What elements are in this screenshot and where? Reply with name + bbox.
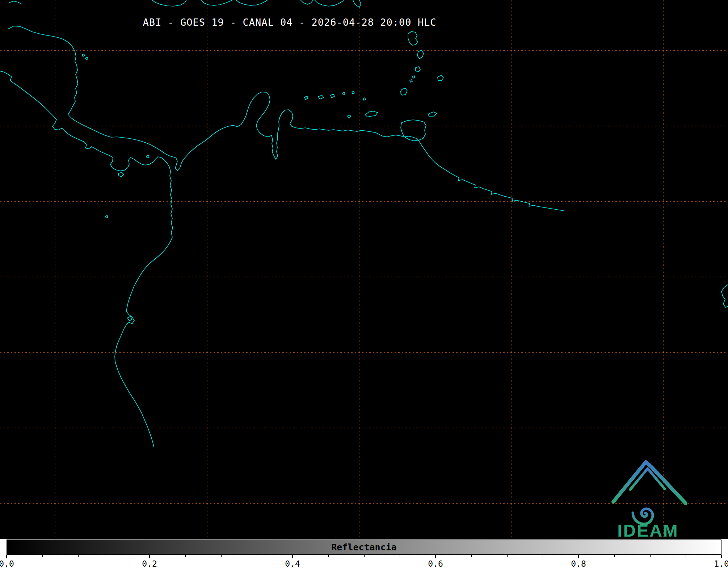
coastline-path (417, 50, 424, 59)
coastline-path (438, 75, 443, 81)
colorbar-minor-tick (543, 555, 543, 557)
coastline-path (146, 155, 149, 158)
coastline-path (353, 0, 361, 7)
coastline-layer (0, 0, 728, 447)
coastline-path (412, 76, 415, 78)
coastline-path (236, 0, 268, 5)
coastline-path (57, 37, 564, 211)
colorbar-minor-tick (364, 555, 365, 557)
logo-text: IDEAM (617, 521, 679, 539)
logo-mountain-icon (613, 462, 686, 503)
coastline-path (721, 285, 728, 307)
coastline-path (127, 316, 132, 321)
colorbar-tick-label: 0.4 (285, 559, 300, 568)
coastline-path (331, 94, 334, 98)
coastline-path (352, 91, 354, 94)
colorbar-tick-label: 0.6 (428, 559, 443, 568)
image-title: ABI - GOES 19 - CANAL 04 - 2026-04-28 20… (143, 17, 436, 28)
colorbar-tick-labels: 0.0 0.2 0.4 0.6 0.8 1.0 (7, 559, 721, 569)
coastline-path (8, 26, 57, 37)
colorbar-major-tick (578, 555, 579, 558)
colorbar-minor-tick (114, 555, 114, 557)
coastline-path (363, 98, 366, 100)
map-canvas: IDEAM (0, 0, 728, 539)
colorbar-major-tick (292, 555, 293, 558)
coastline-path (408, 32, 418, 45)
colorbar-major-tick (435, 555, 436, 558)
colorbar-label: Reflectancia (331, 542, 397, 553)
colorbar-major-tick (6, 555, 7, 558)
coastline-path (315, 0, 344, 6)
colorbar-minor-tick (614, 555, 615, 557)
coastline-path (201, 0, 232, 5)
colorbar-minor-tick (686, 555, 686, 557)
colorbar-ticks (7, 555, 721, 559)
colorbar-minor-tick (507, 555, 508, 557)
colorbar-tick-label: 0.8 (571, 559, 586, 568)
colorbar-tick-label: 1.0 (714, 559, 728, 568)
colorbar-minor-tick (78, 555, 79, 557)
colorbar-minor-tick (185, 555, 186, 557)
coastline-path (348, 115, 351, 118)
coastline-path (9, 1, 21, 4)
colorbar-tick-label: 0.2 (142, 559, 157, 568)
colorbar-minor-tick (471, 555, 472, 557)
coastline-path (82, 54, 85, 56)
coastline-path (410, 80, 412, 82)
graticule-layer (0, 0, 728, 539)
colorbar-major-tick (721, 555, 722, 558)
coastline-path (342, 92, 345, 95)
coastline-path (428, 112, 437, 116)
colorbar-gradient-bar: Reflectancia (7, 539, 721, 555)
colorbar-minor-tick (257, 555, 257, 557)
colorbar-tick-label: 0.0 (0, 559, 14, 568)
coastline-path (401, 120, 426, 141)
coastline-path (318, 95, 324, 99)
colorbar-minor-tick (42, 555, 43, 557)
colorbar-minor-tick (400, 555, 400, 557)
coastline-path (0, 71, 173, 447)
coastline-path (85, 57, 88, 60)
coastline-path (304, 96, 308, 100)
colorbar-major-tick (149, 555, 150, 558)
coastline-path (416, 67, 420, 72)
logo-ridge-icon (630, 469, 665, 490)
colorbar-minor-tick (328, 555, 329, 557)
coastline-path (365, 111, 378, 117)
coastline-path (300, 0, 313, 4)
coastline-path (105, 215, 108, 218)
coastline-path (118, 172, 124, 177)
coastline-path (400, 88, 407, 95)
ideam-logo: IDEAM (613, 462, 686, 539)
colorbar-minor-tick (650, 555, 651, 557)
coastline-path (152, 0, 186, 6)
colorbar: Reflectancia 0.0 0.2 0.4 0.6 0.8 1.0 (0, 539, 728, 571)
colorbar-minor-tick (221, 555, 222, 557)
